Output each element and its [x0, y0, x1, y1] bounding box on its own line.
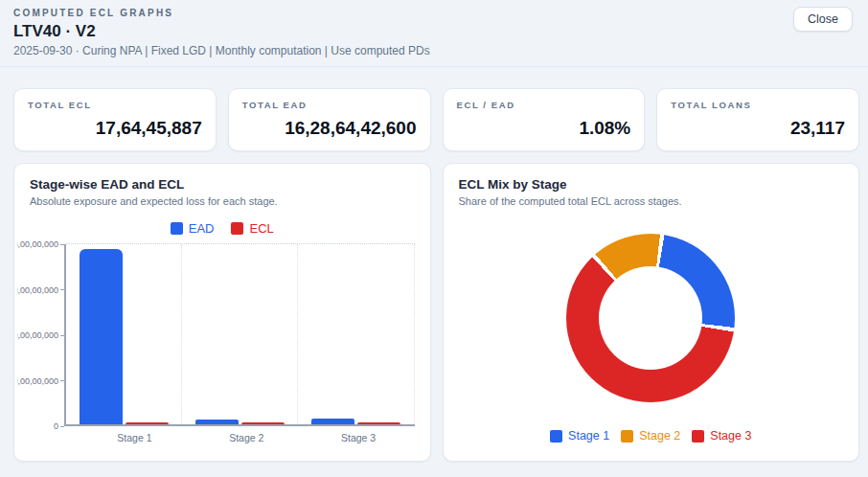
legend-label: EAD	[189, 221, 215, 236]
metric-label: ECL / EAD	[457, 100, 631, 110]
y-tick-label: 0	[54, 421, 64, 431]
metric-card-total-ecl: TOTAL ECL 17,64,45,887	[13, 88, 217, 151]
legend-item-ead[interactable]: EAD	[171, 221, 215, 236]
x-axis-label: Stage 2	[191, 432, 303, 443]
bar-chart-plot	[64, 244, 415, 426]
legend-label: Stage 2	[639, 429, 680, 443]
bar-ead-stage-3	[311, 419, 354, 424]
bar-ecl-stage-2	[241, 422, 285, 424]
bar-chart-subtitle: Absolute exposure and expected loss for …	[30, 195, 415, 207]
ecl-swatch	[231, 222, 243, 235]
legend-item-stage-2[interactable]: Stage 2	[621, 429, 680, 443]
x-axis-label: Stage 1	[79, 432, 191, 443]
bar-chart-legend: EAD ECL	[30, 219, 415, 237]
top-gridline	[66, 243, 415, 244]
donut-chart-title: ECL Mix by Stage	[459, 177, 844, 192]
metric-card-total-loans: TOTAL LOANS 23,117	[656, 88, 859, 151]
metric-value: 17,64,45,887	[28, 118, 202, 139]
metric-label: TOTAL LOANS	[671, 100, 845, 110]
page-title: LTV40 · V2	[13, 22, 855, 41]
x-axis-label: Stage 3	[303, 432, 415, 443]
close-button[interactable]: Close	[793, 7, 853, 32]
y-tick-label: 8,00,00,00,000	[17, 330, 64, 340]
bar-ead-stage-1	[80, 249, 123, 424]
bar-ecl-stage-1	[126, 422, 169, 424]
stage-3-swatch	[692, 430, 704, 443]
y-tick-label: 4,00,00,00,000	[17, 376, 64, 386]
y-tick-label: 12,00,00,00,000	[17, 285, 64, 295]
page-subtitle: 2025-09-30 · Curing NPA | Fixed LGD | Mo…	[13, 44, 855, 57]
panel-ecl-mix: ECL Mix by Stage Share of the computed t…	[443, 163, 860, 462]
metric-value: 23,117	[671, 118, 845, 139]
donut-legend: Stage 1 Stage 2 Stage 3	[459, 427, 844, 444]
donut-chart-area	[459, 234, 844, 402]
stage-2-swatch	[621, 430, 633, 443]
charts-row: Stage-wise EAD and ECL Absolute exposure…	[13, 163, 859, 462]
panel-stage-ead-ecl: Stage-wise EAD and ECL Absolute exposure…	[13, 163, 431, 462]
legend-label: ECL	[249, 221, 273, 236]
metric-label: TOTAL ECL	[28, 100, 202, 110]
bar-ecl-stage-3	[357, 422, 400, 424]
legend-item-ecl[interactable]: ECL	[231, 221, 273, 236]
section-eyebrow: COMPUTED ECL GRAPHS	[13, 8, 855, 18]
bar-chart-title: Stage-wise EAD and ECL	[30, 177, 415, 192]
metric-label: TOTAL EAD	[242, 100, 417, 110]
metric-cards-row: TOTAL ECL 17,64,45,887 TOTAL EAD 16,28,6…	[13, 88, 859, 151]
donut-chart-subtitle: Share of the computed total ECL across s…	[459, 195, 844, 207]
y-axis-tick-labels: 16,00,00,00,00012,00,00,00,0008,00,00,00…	[17, 238, 64, 432]
ead-swatch	[171, 222, 183, 235]
metric-card-total-ead: TOTAL EAD 16,28,64,42,600	[228, 88, 431, 151]
bar-group-stage-2	[181, 244, 297, 424]
ecl-mix-donut	[566, 234, 735, 402]
bar-group-stage-3	[297, 244, 414, 424]
legend-label: Stage 1	[568, 429, 609, 443]
donut-hole	[599, 266, 702, 370]
metric-value: 16,28,64,42,600	[242, 118, 417, 139]
y-tick-label: 16,00,00,00,000	[17, 239, 64, 249]
bar-ead-stage-2	[195, 420, 239, 424]
metric-value: 1.08%	[457, 118, 631, 139]
bar-chart-area: 16,00,00,00,00012,00,00,00,0008,00,00,00…	[17, 244, 415, 426]
bar-group-stage-1	[66, 244, 181, 424]
metric-card-ecl-ead-ratio: ECL / EAD 1.08%	[443, 88, 646, 151]
legend-item-stage-3[interactable]: Stage 3	[692, 429, 751, 443]
legend-item-stage-1[interactable]: Stage 1	[550, 429, 609, 443]
legend-label: Stage 3	[710, 429, 751, 443]
x-axis-labels: Stage 1 Stage 2 Stage 3	[79, 432, 415, 443]
stage-1-swatch	[550, 430, 562, 443]
page-header: COMPUTED ECL GRAPHS LTV40 · V2 2025-09-3…	[0, 0, 868, 67]
